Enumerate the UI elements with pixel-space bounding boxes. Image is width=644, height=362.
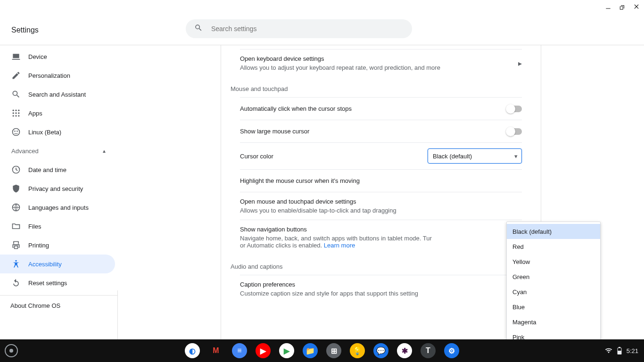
sidebar-item-accessibility[interactable]: Accessibility: [0, 255, 115, 273]
sidebar-item-printing[interactable]: Printing: [0, 236, 115, 255]
sidebar-item-label: Files: [28, 223, 41, 230]
sidebar-item-label: Accessibility: [28, 261, 62, 268]
toggle-large-cursor[interactable]: [507, 128, 522, 135]
shelf-app-gmail[interactable]: M: [208, 343, 223, 358]
option-blue[interactable]: Blue: [507, 299, 600, 314]
sidebar-item-files[interactable]: Files: [0, 217, 115, 236]
row-open-mouse-settings[interactable]: Open mouse and touchpad device settings …: [240, 192, 522, 220]
caret-down-icon: ▾: [514, 153, 518, 160]
svg-point-8: [15, 115, 17, 116]
shelf-app-docs[interactable]: ≡: [232, 343, 247, 358]
shelf-app-slack[interactable]: ✱: [397, 343, 412, 358]
close-icon[interactable]: [633, 3, 640, 10]
reset-icon: [11, 278, 21, 288]
shelf-app-files[interactable]: 📁: [303, 343, 318, 358]
sidebar-advanced-heading[interactable]: Advanced ▲: [0, 141, 118, 160]
shelf-app-text[interactable]: T: [421, 343, 436, 358]
row-caption-prefs[interactable]: Caption preferences Customize caption si…: [240, 275, 522, 303]
sidebar-item-label: Search and Assistant: [28, 91, 86, 98]
sidebar-item-search-and-assistant[interactable]: Search and Assistant: [0, 85, 115, 104]
option-red[interactable]: Red: [507, 239, 600, 254]
sidebar-item-languages-and-inputs[interactable]: Languages and inputs: [0, 198, 115, 217]
svg-point-11: [14, 131, 16, 132]
shelf-app-play[interactable]: ▶: [279, 343, 294, 358]
launcher-button[interactable]: [5, 344, 18, 357]
shelf-app-keep[interactable]: 💡: [350, 343, 365, 358]
row-open-keyboard-settings[interactable]: Open keyboard device settings Allows you…: [240, 49, 522, 77]
shield-icon: [11, 184, 21, 193]
clock: 5:21: [627, 347, 638, 354]
label-cursor-color: Cursor color: [240, 153, 273, 160]
row-nav-buttons[interactable]: Show navigation buttons Navigate home, b…: [240, 220, 522, 255]
sidebar-item-reset-settings[interactable]: Reset settings: [0, 273, 115, 292]
sidebar-item-linux-beta-[interactable]: Linux (Beta): [0, 123, 115, 141]
a11y-icon: [11, 259, 21, 269]
shelf-app-calc[interactable]: ⊞: [326, 343, 341, 358]
label-open-keyboard-settings: Open keyboard device settings: [240, 55, 440, 62]
sub-open-mouse-settings: Allows you to enable/disable tap-to-clic…: [240, 207, 396, 214]
sidebar-item-privacy-and-security[interactable]: Privacy and security: [0, 179, 115, 198]
sidebar-item-date-and-time[interactable]: Date and time: [0, 160, 115, 179]
label-autoclick: Automatically click when the cursor stop…: [240, 105, 352, 112]
option-cyan[interactable]: Cyan: [507, 284, 600, 299]
svg-rect-17: [619, 347, 620, 348]
sidebar-item-label: Linux (Beta): [28, 129, 61, 136]
sidebar-item-label: Apps: [28, 110, 42, 117]
label-highlight-cursor: Highlight the mouse cursor when it's mov…: [240, 177, 360, 184]
search-input[interactable]: [211, 25, 404, 33]
label-nav-buttons: Show navigation buttons: [240, 226, 432, 233]
sub-caption-prefs: Customize caption size and style for app…: [240, 290, 418, 297]
svg-point-7: [13, 115, 14, 116]
sub-nav-buttons: Navigate home, back, and switch apps wit…: [240, 235, 432, 249]
svg-point-6: [18, 112, 19, 114]
chevron-right-icon: ▸: [518, 59, 522, 68]
sidebar-item-label: Device: [28, 53, 47, 60]
folder-icon: [11, 222, 21, 231]
option-yellow[interactable]: Yellow: [507, 254, 600, 269]
shelf-app-youtube[interactable]: ▶: [256, 343, 271, 358]
sidebar-item-personalization[interactable]: Personalization: [0, 66, 115, 85]
shelf-app-messages[interactable]: 💬: [373, 343, 388, 358]
section-audio-captions: Audio and captions: [231, 263, 522, 270]
sidebar-item-label: Reset settings: [28, 280, 67, 287]
restore-icon[interactable]: [619, 3, 626, 10]
header: Settings: [0, 0, 644, 45]
sidebar: DevicePersonalizationSearch and Assistan…: [0, 45, 118, 339]
battery-icon: [617, 347, 622, 354]
content: Open keyboard device settings Allows you…: [221, 45, 541, 339]
dropdown-cursor-color[interactable]: Black (default)RedYellowGreenCyanBlueMag…: [506, 222, 601, 339]
select-cursor-color[interactable]: Black (default) ▾: [428, 148, 522, 164]
toggle-autoclick[interactable]: [507, 106, 522, 112]
search-box[interactable]: [186, 19, 412, 38]
select-cursor-color-value: Black (default): [433, 153, 472, 160]
sidebar-item-apps[interactable]: Apps: [0, 104, 115, 123]
option-pink[interactable]: Pink: [507, 329, 600, 339]
row-highlight-cursor[interactable]: Highlight the mouse cursor when it's mov…: [240, 169, 522, 192]
svg-rect-18: [618, 351, 621, 354]
option-black-default-[interactable]: Black (default): [507, 224, 600, 239]
learn-more-link[interactable]: Learn more: [324, 242, 355, 249]
shelf-app-settings[interactable]: ⚙: [444, 343, 459, 358]
svg-rect-0: [606, 8, 610, 9]
page-title: Settings: [11, 26, 39, 38]
sidebar-item-label: Personalization: [28, 72, 70, 79]
svg-point-1: [13, 110, 14, 111]
shelf-app-chrome[interactable]: ◐: [185, 343, 200, 358]
shelf: ◐M≡▶▶📁⊞💡💬✱T⚙ 5:21: [0, 339, 644, 362]
sidebar-about[interactable]: About Chrome OS: [0, 295, 118, 309]
sub-open-keyboard-settings: Allows you to adjust your keyboard repea…: [240, 64, 440, 71]
svg-point-3: [18, 110, 19, 111]
option-green[interactable]: Green: [507, 269, 600, 284]
section-mouse-touchpad: Mouse and touchpad: [231, 85, 522, 92]
row-autoclick[interactable]: Automatically click when the cursor stop…: [240, 97, 522, 120]
option-magenta[interactable]: Magenta: [507, 314, 600, 329]
minimize-icon[interactable]: [604, 3, 612, 10]
globe-icon: [11, 203, 21, 212]
sidebar-item-device[interactable]: Device: [0, 47, 115, 66]
svg-point-9: [18, 115, 19, 116]
row-large-cursor[interactable]: Show large mouse cursor: [240, 120, 522, 142]
wifi-icon: [605, 347, 612, 354]
status-area[interactable]: 5:21: [605, 347, 638, 354]
linux-icon: [11, 127, 21, 137]
svg-point-10: [13, 129, 20, 136]
